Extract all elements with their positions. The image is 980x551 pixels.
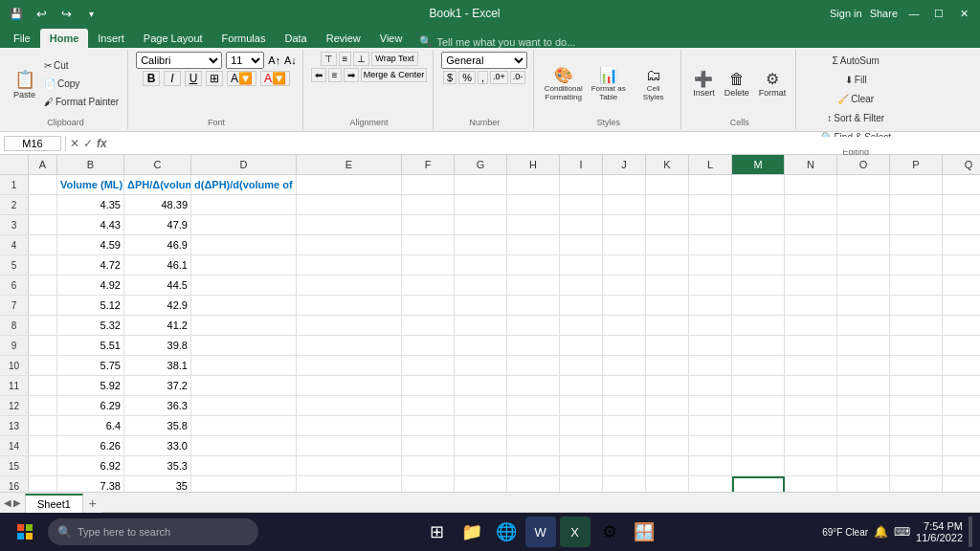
cell-I14[interactable] xyxy=(560,436,603,455)
excel-icon[interactable]: X xyxy=(560,517,590,547)
cell-M3[interactable] xyxy=(732,215,785,234)
cell-N16[interactable] xyxy=(785,476,837,492)
cell-E2[interactable] xyxy=(297,195,402,214)
customize-btn[interactable]: ▾ xyxy=(82,5,100,22)
cell-M14[interactable] xyxy=(732,436,785,455)
cell-L13[interactable] xyxy=(689,416,732,435)
cell-D9[interactable] xyxy=(191,336,297,355)
cell-C11[interactable]: 37.2 xyxy=(124,376,191,395)
col-header-E[interactable]: E xyxy=(297,155,402,174)
cell-G11[interactable] xyxy=(455,376,507,395)
cell-B13[interactable]: 6.4 xyxy=(57,416,124,435)
row-header-14[interactable]: 14 xyxy=(0,436,29,455)
border-btn[interactable]: ⊞ xyxy=(206,71,223,86)
save-btn[interactable]: 💾 xyxy=(8,5,25,22)
cut-button[interactable]: ✂ Cut xyxy=(41,57,122,75)
cell-K6[interactable] xyxy=(646,276,689,295)
cell-C1[interactable]: ΔPH/Δ(volume of Titrant) xyxy=(124,175,191,194)
cell-J6[interactable] xyxy=(603,276,646,295)
cell-O14[interactable] xyxy=(837,436,890,455)
cell-H7[interactable] xyxy=(507,296,560,315)
cell-I9[interactable] xyxy=(560,336,603,355)
format-painter-button[interactable]: 🖌 Format Painter xyxy=(41,94,122,111)
cell-O10[interactable] xyxy=(837,356,890,375)
cell-C3[interactable]: 47.9 xyxy=(124,215,191,234)
row-header-16[interactable]: 16 xyxy=(0,476,29,492)
cell-A13[interactable] xyxy=(29,416,57,435)
cell-O11[interactable] xyxy=(837,376,890,395)
cell-G5[interactable] xyxy=(455,255,507,275)
insert-function-icon[interactable]: fx xyxy=(97,137,107,150)
cell-Q1[interactable] xyxy=(943,175,980,194)
cell-H1[interactable] xyxy=(507,175,560,194)
cell-F2[interactable] xyxy=(402,195,455,214)
align-right-btn[interactable]: ➡ xyxy=(344,68,359,82)
cell-Q6[interactable] xyxy=(943,276,980,295)
cell-M11[interactable] xyxy=(732,376,785,395)
cell-K7[interactable] xyxy=(646,296,689,315)
cell-B11[interactable]: 5.92 xyxy=(57,376,124,395)
cell-O7[interactable] xyxy=(837,296,890,315)
cell-F9[interactable] xyxy=(402,336,455,355)
cancel-formula-icon[interactable]: ✕ xyxy=(70,137,79,150)
cell-Q16[interactable] xyxy=(943,476,980,492)
wrap-text-btn[interactable]: Wrap Text xyxy=(371,52,417,66)
cell-O15[interactable] xyxy=(837,456,890,475)
cell-K15[interactable] xyxy=(646,456,689,475)
col-header-O[interactable]: O xyxy=(837,155,890,174)
tab-home[interactable]: Home xyxy=(40,29,89,48)
cell-G13[interactable] xyxy=(455,416,507,435)
cell-F1[interactable] xyxy=(402,175,455,194)
cell-A5[interactable] xyxy=(29,255,57,275)
font-shrink-btn[interactable]: A↓ xyxy=(284,55,297,66)
scroll-right-icon[interactable]: ▶ xyxy=(13,497,21,508)
cell-Q12[interactable] xyxy=(943,396,980,415)
bold-btn[interactable]: B xyxy=(143,71,160,86)
cell-L11[interactable] xyxy=(689,376,732,395)
cell-B15[interactable]: 6.92 xyxy=(57,456,124,475)
col-header-L[interactable]: L xyxy=(689,155,732,174)
cell-G10[interactable] xyxy=(455,356,507,375)
cell-O8[interactable] xyxy=(837,316,890,335)
col-header-K[interactable]: K xyxy=(646,155,689,174)
grid-container[interactable]: 1Volume (ML)ΔPH/Δ(volume of Titrant)d(ΔP… xyxy=(0,175,980,492)
font-grow-btn[interactable]: A↑ xyxy=(268,55,280,66)
cell-N10[interactable] xyxy=(785,356,837,375)
cell-H16[interactable] xyxy=(507,476,560,492)
col-header-F[interactable]: F xyxy=(402,155,455,174)
cell-F5[interactable] xyxy=(402,255,455,275)
cell-N13[interactable] xyxy=(785,416,837,435)
cell-N3[interactable] xyxy=(785,215,837,234)
cell-O6[interactable] xyxy=(837,276,890,295)
cell-L2[interactable] xyxy=(689,195,732,214)
share-label[interactable]: Share xyxy=(870,8,898,19)
cell-L9[interactable] xyxy=(689,336,732,355)
cell-C13[interactable]: 35.8 xyxy=(124,416,191,435)
cell-G14[interactable] xyxy=(455,436,507,455)
cell-K5[interactable] xyxy=(646,255,689,275)
format-table-btn[interactable]: 📊 Format as Table xyxy=(587,56,630,112)
cell-F13[interactable] xyxy=(402,416,455,435)
signin-label[interactable]: Sign in xyxy=(830,8,862,19)
cell-M6[interactable] xyxy=(732,276,785,295)
cell-K10[interactable] xyxy=(646,356,689,375)
undo-btn[interactable]: ↩ xyxy=(33,5,50,22)
cell-C15[interactable]: 35.3 xyxy=(124,456,191,475)
cell-G15[interactable] xyxy=(455,456,507,475)
cell-D16[interactable] xyxy=(191,476,297,492)
cell-Q15[interactable] xyxy=(943,456,980,475)
cell-J11[interactable] xyxy=(603,376,646,395)
cell-D12[interactable] xyxy=(191,396,297,415)
fill-btn[interactable]: ⬇ Fill xyxy=(842,71,870,88)
align-top-btn[interactable]: ⊤ xyxy=(321,52,337,66)
cell-J14[interactable] xyxy=(603,436,646,455)
font-name-select[interactable]: Calibri xyxy=(136,52,222,69)
cell-J7[interactable] xyxy=(603,296,646,315)
dec-inc-btn[interactable]: .0+ xyxy=(490,71,508,84)
cell-M13[interactable] xyxy=(732,416,785,435)
row-header-4[interactable]: 4 xyxy=(0,235,29,254)
cell-L15[interactable] xyxy=(689,456,732,475)
cell-P15[interactable] xyxy=(890,456,943,475)
cell-E7[interactable] xyxy=(297,296,402,315)
cell-F6[interactable] xyxy=(402,276,455,295)
